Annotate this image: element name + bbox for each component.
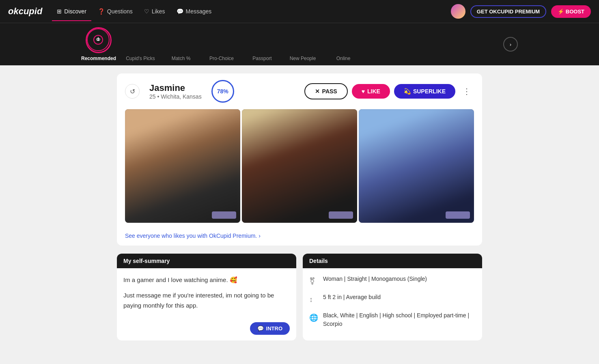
details-card: Details ⚧ Woman | Straight | Monogamous … — [303, 254, 482, 340]
category-passport[interactable]: Passport — [246, 27, 278, 61]
nav-likes-label: Likes — [152, 8, 165, 15]
match-percentage: 78% — [211, 80, 234, 103]
photo-3-tag — [446, 211, 470, 219]
self-summary-text: Im a gamer and I love watching anime. 🥰 … — [123, 275, 290, 311]
match-thumb — [168, 27, 194, 53]
photo-1-tag — [212, 211, 236, 219]
height-icon: ↕ — [309, 294, 318, 306]
nav-likes[interactable]: ♡ Likes — [139, 5, 170, 18]
photo-2-tag — [329, 211, 353, 219]
nav-questions[interactable]: ❓ Questions — [93, 5, 138, 18]
cupids-picks-label: Cupid's Picks — [126, 56, 155, 61]
categories-next-button[interactable]: › — [503, 37, 518, 52]
category-pro-choice[interactable]: Pro-Choice — [205, 27, 238, 61]
undo-button[interactable]: ↺ — [125, 84, 140, 99]
like-label: LIKE — [367, 88, 380, 95]
category-recommended[interactable]: Recommended — [81, 27, 116, 61]
category-bar: Recommended Cupid's Picks Match % Pro-Ch… — [0, 23, 599, 65]
profile-header: ↺ Jasmine 25 • Wichita, Kansas 78% ✕ PAS… — [117, 73, 482, 109]
superlike-button[interactable]: 💫 SUPERLIKE — [394, 84, 455, 99]
online-thumb — [330, 27, 356, 53]
premium-button[interactable]: GET OKCUPID PREMIUM — [470, 5, 546, 18]
photos-section — [117, 109, 482, 229]
profile-sections: My self-summary Im a gamer and I love wa… — [117, 254, 482, 340]
new-people-thumb — [290, 27, 316, 53]
profile-info: Jasmine 25 • Wichita, Kansas — [149, 83, 202, 100]
pass-label: PASS — [322, 88, 337, 95]
profile-location: 25 • Wichita, Kansas — [149, 93, 202, 100]
top-nav: okcupid ⊞ Discover ❓ Questions ♡ Likes 💬… — [0, 0, 599, 23]
nav-messages[interactable]: 💬 Messages — [172, 5, 217, 18]
more-options-button[interactable]: ⋮ — [459, 85, 474, 98]
passport-thumb — [249, 27, 275, 53]
online-label: Online — [336, 56, 351, 61]
nav-discover-label: Discover — [64, 8, 86, 15]
recommended-label: Recommended — [81, 56, 116, 61]
self-summary-body: Im a gamer and I love watching anime. 🥰 … — [117, 268, 296, 322]
photo-1[interactable] — [125, 109, 240, 223]
details-header: Details — [303, 254, 482, 268]
category-online[interactable]: Online — [327, 27, 360, 61]
nav-questions-label: Questions — [107, 8, 133, 15]
profile-card: ↺ Jasmine 25 • Wichita, Kansas 78% ✕ PAS… — [117, 73, 482, 246]
action-buttons: ✕ PASS ♥ LIKE 💫 SUPERLIKE ⋮ — [304, 83, 474, 99]
gender-icon: ⚧ — [309, 276, 318, 287]
nav-messages-label: Messages — [186, 8, 212, 15]
messages-icon: 💬 — [177, 8, 183, 15]
category-new-people[interactable]: New People — [287, 27, 319, 61]
superlike-icon: 💫 — [404, 88, 411, 95]
premium-link[interactable]: See everyone who likes you with OkCupid … — [117, 229, 482, 246]
category-match[interactable]: Match % — [165, 27, 197, 61]
pro-choice-label: Pro-Choice — [209, 56, 234, 61]
boost-button[interactable]: ⚡ BOOST — [551, 5, 591, 18]
intro-button[interactable]: 💬 INTRO — [250, 322, 290, 335]
nav-discover[interactable]: ⊞ Discover — [52, 5, 91, 18]
nav-right: GET OKCUPID PREMIUM ⚡ BOOST — [451, 4, 591, 19]
photo-3[interactable] — [359, 109, 474, 223]
questions-icon: ❓ — [98, 8, 105, 15]
match-label: Match % — [172, 56, 191, 61]
intro-label: INTRO — [266, 325, 282, 332]
passport-label: Passport — [252, 56, 271, 61]
category-cupids-picks[interactable]: Cupid's Picks — [124, 27, 157, 61]
app-logo: okcupid — [8, 6, 42, 17]
premium-link-text: See everyone who likes you with OkCupid … — [125, 233, 261, 239]
info-icon: 🌐 — [309, 312, 318, 324]
nav-items: ⊞ Discover ❓ Questions ♡ Likes 💬 Message… — [52, 5, 448, 18]
svg-point-1 — [98, 39, 99, 41]
profile-name: Jasmine — [149, 83, 202, 93]
summary-line-1: Im a gamer and I love watching anime. 🥰 — [123, 275, 290, 285]
details-body: ⚧ Woman | Straight | Monogamous (Single)… — [303, 268, 482, 340]
discover-icon: ⊞ — [57, 8, 62, 15]
likes-icon: ♡ — [144, 8, 149, 15]
pass-x-icon: ✕ — [315, 88, 320, 95]
detail-row-0: ⚧ Woman | Straight | Monogamous (Single) — [309, 275, 476, 287]
like-heart-icon: ♥ — [362, 88, 365, 95]
like-button[interactable]: ♥ LIKE — [352, 84, 390, 99]
profile-age: 25 — [149, 93, 156, 100]
superlike-label: SUPERLIKE — [413, 88, 446, 95]
detail-row-1: ↕ 5 ft 2 in | Average build — [309, 293, 476, 306]
detail-row-2: 🌐 Black, White | English | High school |… — [309, 311, 476, 328]
pro-choice-thumb — [209, 27, 235, 53]
detail-height: 5 ft 2 in | Average build — [323, 293, 381, 302]
profile-city: Wichita, Kansas — [161, 93, 201, 100]
self-summary-header: My self-summary — [117, 254, 296, 268]
user-avatar[interactable] — [451, 4, 465, 19]
main-content: ↺ Jasmine 25 • Wichita, Kansas 78% ✕ PAS… — [0, 65, 599, 349]
detail-gender: Woman | Straight | Monogamous (Single) — [323, 275, 427, 283]
self-summary-card: My self-summary Im a gamer and I love wa… — [117, 254, 296, 340]
summary-line-2: Just message me if you're interested, im… — [123, 290, 290, 311]
recommended-thumb — [86, 27, 112, 53]
recommended-icon — [87, 28, 110, 51]
detail-info: Black, White | English | High school | E… — [323, 311, 476, 328]
new-people-label: New People — [290, 56, 316, 61]
pass-button[interactable]: ✕ PASS — [304, 83, 348, 99]
cupids-picks-thumb — [127, 27, 153, 53]
photo-2[interactable] — [242, 109, 357, 223]
intro-icon: 💬 — [257, 325, 264, 332]
